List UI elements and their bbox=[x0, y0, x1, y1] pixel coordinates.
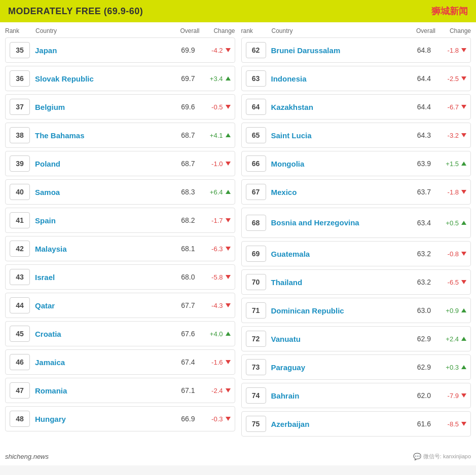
arrow-down-icon bbox=[461, 48, 466, 52]
overall-score: 62.9 bbox=[406, 363, 431, 371]
arrow-down-icon bbox=[461, 133, 466, 137]
change-value: -7.9 bbox=[431, 392, 466, 400]
country-name: Guatemala bbox=[271, 250, 406, 258]
rank-box: 68 bbox=[246, 215, 266, 231]
country-name: Slovak Republic bbox=[35, 74, 170, 83]
rank-box: 62 bbox=[246, 42, 266, 58]
change-text: -7.9 bbox=[448, 392, 459, 400]
change-text: -6.5 bbox=[448, 279, 459, 286]
rank-box: 67 bbox=[246, 184, 266, 200]
change-value: -1.6 bbox=[195, 359, 231, 366]
country-name: Indonesia bbox=[271, 74, 406, 83]
rank-box: 69 bbox=[246, 246, 266, 262]
change-text: +1.5 bbox=[446, 160, 459, 168]
change-text: -6.3 bbox=[211, 245, 223, 253]
change-text: -1.0 bbox=[211, 160, 223, 168]
overall-score: 68.3 bbox=[170, 188, 195, 196]
table-row: 39Poland68.7-1.0 bbox=[5, 151, 235, 176]
country-name: Belgium bbox=[35, 103, 170, 111]
change-value: -1.7 bbox=[195, 217, 231, 224]
arrow-down-icon bbox=[226, 48, 231, 52]
footer-area: shicheng.news 💬 微信号: kanxinjiapo bbox=[0, 450, 476, 465]
overall-score: 64.4 bbox=[406, 103, 431, 111]
overall-score: 63.0 bbox=[406, 306, 431, 314]
rank-box: 72 bbox=[246, 331, 266, 347]
change-text: -3.2 bbox=[448, 132, 459, 139]
arrow-down-icon bbox=[461, 252, 466, 256]
arrow-down-icon bbox=[226, 247, 231, 251]
change-text: +4.1 bbox=[210, 132, 223, 139]
arrow-down-icon bbox=[226, 303, 231, 307]
arrow-down-icon bbox=[461, 280, 466, 284]
country-name: Israel bbox=[35, 273, 170, 282]
rank-box: 35 bbox=[10, 42, 30, 58]
table-row: 45Croatia67.6+4.0 bbox=[5, 321, 235, 346]
table-row: 47Romania67.1-2.4 bbox=[5, 378, 235, 403]
overall-score: 63.9 bbox=[406, 160, 431, 168]
table-row: 48Hungary66.9-0.3 bbox=[5, 406, 235, 431]
change-value: -2.4 bbox=[195, 387, 231, 394]
rank-box: 40 bbox=[10, 184, 30, 200]
rank-box: 39 bbox=[10, 155, 30, 172]
header-title: MODERATELY FREE (69.9-60) bbox=[8, 6, 143, 17]
overall-score: 63.4 bbox=[406, 219, 431, 227]
rank-box: 65 bbox=[246, 127, 266, 143]
rank-box: 46 bbox=[10, 354, 30, 370]
change-text: -0.5 bbox=[211, 103, 223, 111]
change-text: -6.7 bbox=[448, 103, 459, 111]
header-logo: 狮城新闻 bbox=[431, 5, 468, 17]
table-row: 40Samoa68.3+6.4 bbox=[5, 179, 235, 205]
left-rows: 35Japan69.9-4.236Slovak Republic69.7+3.4… bbox=[5, 37, 235, 431]
overall-score: 62.0 bbox=[406, 391, 431, 400]
change-text: -2.4 bbox=[211, 387, 223, 394]
overall-score: 69.9 bbox=[170, 46, 195, 54]
arrow-up-icon bbox=[461, 308, 466, 312]
rank-box: 73 bbox=[246, 359, 266, 375]
table-row: 63Indonesia64.4-2.5 bbox=[241, 66, 471, 91]
rank-box: 64 bbox=[246, 99, 266, 115]
country-name: Qatar bbox=[35, 301, 170, 310]
left-section: Rank Country Overall Change 35Japan69.9-… bbox=[5, 26, 238, 440]
change-value: -2.5 bbox=[431, 75, 466, 83]
header: MODERATELY FREE (69.9-60) 狮城新闻 bbox=[0, 0, 476, 22]
overall-score: 68.1 bbox=[170, 245, 195, 253]
country-name: Saint Lucia bbox=[271, 131, 406, 140]
change-text: +0.9 bbox=[446, 307, 459, 314]
change-text: +3.4 bbox=[210, 75, 223, 83]
rank-box: 66 bbox=[246, 155, 266, 172]
rank-box: 75 bbox=[246, 416, 266, 432]
arrow-down-icon bbox=[226, 162, 231, 166]
change-value: +0.3 bbox=[431, 364, 466, 371]
change-value: +2.4 bbox=[431, 335, 466, 343]
table-row: 42Malaysia68.1-6.3 bbox=[5, 236, 235, 261]
right-col-overall-header: Overall bbox=[405, 27, 435, 34]
arrow-down-icon bbox=[226, 105, 231, 109]
table-row: 62Brunei Darussalam64.8-1.8 bbox=[241, 37, 471, 63]
change-text: +6.4 bbox=[210, 188, 223, 196]
country-name: Bosnia and Herzegovina bbox=[271, 218, 406, 228]
overall-score: 68.0 bbox=[170, 273, 195, 281]
arrow-up-icon bbox=[461, 365, 466, 369]
change-value: -3.2 bbox=[431, 132, 466, 139]
table-row: 69Guatemala63.2-0.8 bbox=[241, 241, 471, 266]
table-row: 38The Bahamas68.7+4.1 bbox=[5, 123, 235, 148]
arrow-down-icon bbox=[226, 388, 231, 392]
change-value: +1.5 bbox=[431, 160, 466, 168]
change-text: -1.7 bbox=[211, 217, 223, 224]
change-value: -6.7 bbox=[431, 103, 466, 111]
change-value: -6.5 bbox=[431, 279, 466, 286]
change-text: +0.5 bbox=[446, 219, 459, 227]
right-col-country-header: Country bbox=[272, 27, 406, 34]
arrow-up-icon bbox=[226, 190, 231, 194]
country-name: Mongolia bbox=[271, 160, 406, 168]
arrow-up-icon bbox=[226, 332, 231, 336]
country-name: Mexico bbox=[271, 188, 406, 196]
country-name: Brunei Darussalam bbox=[271, 46, 406, 55]
overall-score: 64.8 bbox=[406, 46, 431, 54]
change-text: -8.5 bbox=[448, 420, 459, 428]
overall-score: 62.9 bbox=[406, 335, 431, 343]
country-name: Azerbaijan bbox=[271, 420, 406, 428]
right-col-rank-header: rank bbox=[241, 27, 272, 34]
overall-score: 63.2 bbox=[406, 278, 431, 286]
table-row: 64Kazakhstan64.4-6.7 bbox=[241, 94, 471, 120]
